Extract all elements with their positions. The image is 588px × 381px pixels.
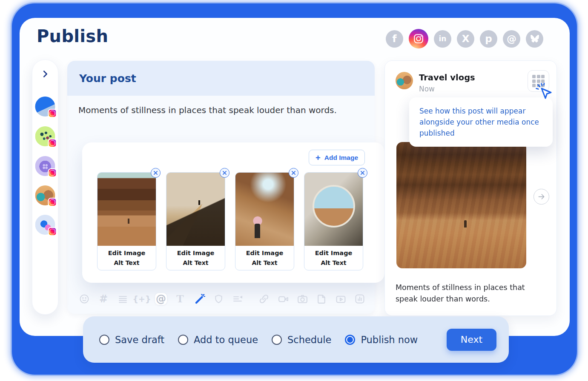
plus-icon: + [316,154,321,162]
composer-toolbar: # {+} @ T [78,289,364,309]
preview-timestamp: Now [419,85,435,93]
publish-action-bar: Save draft Add to queue Schedule Publish… [83,316,509,363]
instagram-badge-icon [48,109,57,118]
ai-magic-wand-icon[interactable] [193,293,205,305]
option-publish-now[interactable]: Publish now [345,334,418,345]
add-image-button[interactable]: + Add Image [309,150,365,165]
linkedin-glyph: in [439,35,447,43]
option-label: Schedule [287,334,331,345]
text-format-icon[interactable]: T [174,293,186,305]
thumbnail-photo-cliff [98,173,156,246]
thumbnail-photo-silhouette [166,173,225,246]
preview-account-name: Travel vlogs [419,73,475,82]
next-media-button[interactable] [534,189,549,205]
option-label: Add to queue [194,334,258,345]
instagram-badge-icon [48,168,57,177]
edit-image-link[interactable]: Edit Image [166,250,225,256]
instagram-badge-icon [48,198,57,207]
mention-icon[interactable]: @ [155,293,167,305]
option-add-to-queue[interactable]: Add to queue [178,334,258,345]
x-glyph: X [462,34,470,44]
sidebar-account-5[interactable] [35,215,55,235]
link-icon[interactable] [258,293,270,305]
social-network-row: f in X p @ [386,29,543,48]
composer-title: Your post [79,72,136,85]
image-thumbnail-2: Edit Image Alt Text [166,172,225,270]
x-icon[interactable]: X [457,30,474,48]
remove-image-button[interactable] [151,168,161,178]
media-attachments-card: + Add Image Edit Image Alt Text [82,142,384,283]
hashtag-icon[interactable]: # [98,293,109,305]
instagram-icon[interactable] [409,29,428,48]
remove-image-button[interactable] [289,168,298,178]
remove-image-button[interactable] [358,168,367,178]
pinterest-glyph: p [485,34,492,44]
pinterest-icon[interactable]: p [480,30,497,48]
preview-tooltip: See how this post will appear alongside … [409,97,553,147]
radio-save-draft[interactable] [99,335,109,345]
image-thumbnail-4: Edit Image Alt Text [304,172,363,270]
document-icon[interactable] [316,293,327,305]
preview-post-image [396,142,526,268]
close-icon [154,171,158,175]
radio-publish-now[interactable] [345,335,355,345]
preview-caption: Moments of stillness in places that spea… [396,282,545,305]
threads-icon[interactable]: @ [503,30,520,48]
remove-image-button[interactable] [220,168,229,178]
video-icon[interactable] [277,293,289,305]
video-file-icon[interactable] [335,293,347,305]
option-save-draft[interactable]: Save draft [99,334,164,345]
sidebar-account-3[interactable] [35,156,55,176]
composer-header: Your post [67,61,375,96]
expand-sidebar-button[interactable] [40,69,50,79]
post-composer: Your post Moments of stillness in places… [67,61,375,314]
variables-icon[interactable]: {+} [136,293,148,305]
channel-sidebar [32,60,58,315]
edit-image-link[interactable]: Edit Image [304,250,363,256]
edit-image-link[interactable]: Edit Image [235,250,294,256]
sidebar-account-4[interactable] [35,185,55,205]
linkedin-icon[interactable]: in [434,30,451,48]
option-label: Publish now [361,334,418,345]
alt-text-link[interactable]: Alt Text [304,259,363,266]
sidebar-account-1[interactable] [35,97,55,117]
cursor-pointer-icon [536,83,554,102]
camera-icon[interactable] [296,293,308,305]
bluesky-butterfly-glyph [530,34,540,44]
instagram-glyph [413,33,424,44]
emoji-icon[interactable] [78,293,90,305]
alt-text-link[interactable]: Alt Text [166,259,225,266]
add-image-label: Add Image [324,154,358,162]
image-thumbnail-3: Edit Image Alt Text [235,172,294,270]
bluesky-icon[interactable] [526,30,543,48]
option-schedule[interactable]: Schedule [272,334,331,345]
close-icon [223,171,227,175]
edit-image-link[interactable]: Edit Image [98,250,156,256]
alt-text-link[interactable]: Alt Text [235,259,294,266]
radio-schedule[interactable] [272,335,282,345]
close-icon [292,171,295,175]
facebook-icon[interactable]: f [386,30,403,48]
next-button[interactable]: Next [447,329,496,351]
page-title: Publish [37,26,108,46]
facebook-glyph: f [392,34,396,44]
thumbnail-photo-canyon [235,173,294,246]
chevron-right-icon [40,69,50,79]
analytics-icon[interactable] [354,293,366,305]
text-lines-icon[interactable] [117,293,129,305]
post-preview-panel: Travel vlogs Now See how this post will … [384,60,557,316]
image-thumbnail-1: Edit Image Alt Text [97,172,156,270]
shield-icon[interactable] [212,293,224,305]
instagram-badge-icon [48,227,57,236]
option-label: Save draft [115,334,164,345]
preview-account-avatar [396,72,413,89]
image-thumbnails: Edit Image Alt Text Edit Image Alt Text [97,172,363,270]
arrow-right-icon [537,192,546,201]
close-icon [361,171,364,175]
alt-text-link[interactable]: Alt Text [98,259,156,266]
post-text-input[interactable]: Moments of stillness in places that spea… [78,105,364,115]
campaign-list-icon[interactable] [232,293,244,305]
instagram-badge-icon [48,139,57,148]
sidebar-account-2[interactable] [35,126,55,146]
radio-add-to-queue[interactable] [178,335,188,345]
